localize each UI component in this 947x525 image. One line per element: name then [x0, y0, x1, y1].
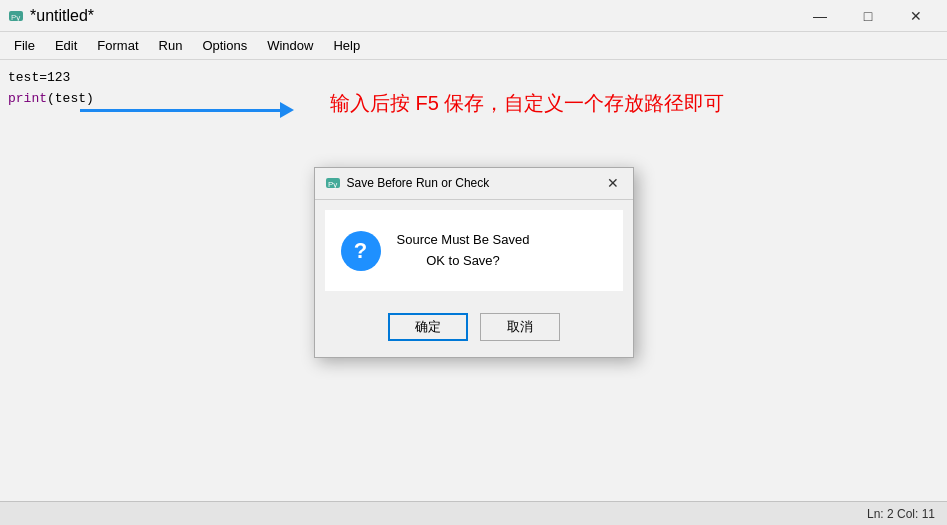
dialog-buttons: 确定 取消 [315, 301, 633, 357]
question-icon: ? [341, 231, 381, 271]
ok-button[interactable]: 确定 [388, 313, 468, 341]
cancel-button[interactable]: 取消 [480, 313, 560, 341]
dialog-message-line2: OK to Save? [397, 251, 530, 272]
dialog-message-line1: Source Must Be Saved [397, 230, 530, 251]
modal-overlay: Py Save Before Run or Check ✕ ? Source M… [0, 0, 947, 525]
dialog-title-text: Save Before Run or Check [347, 176, 490, 190]
dialog-body: ? Source Must Be Saved OK to Save? [325, 210, 623, 292]
dialog-close-button[interactable]: ✕ [603, 173, 623, 193]
dialog-message: Source Must Be Saved OK to Save? [397, 230, 530, 272]
save-dialog: Py Save Before Run or Check ✕ ? Source M… [314, 167, 634, 359]
dialog-title-left: Py Save Before Run or Check [325, 175, 490, 191]
dialog-icon: Py [325, 175, 341, 191]
svg-text:Py: Py [328, 180, 337, 189]
dialog-titlebar: Py Save Before Run or Check ✕ [315, 168, 633, 200]
